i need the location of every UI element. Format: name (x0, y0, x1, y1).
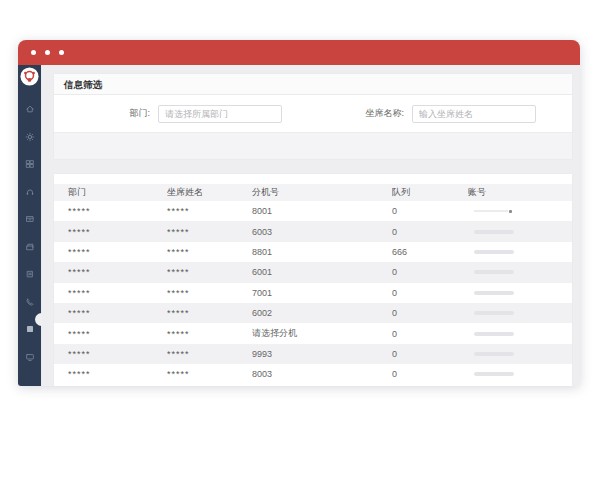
queue-cell: 0 (392, 288, 468, 298)
queue-cell: 0 (392, 369, 468, 379)
agent-name-cell: ***** (167, 247, 252, 257)
department-cell: ***** (54, 349, 167, 359)
redacted-account-bar (474, 270, 514, 274)
agent-name-cell: ***** (167, 349, 252, 359)
department-cell: ***** (54, 308, 167, 318)
filter-panel-title: 信息筛选 (54, 74, 572, 95)
redacted-account-dropdown[interactable] (474, 210, 572, 213)
caret-down-icon (509, 210, 512, 213)
table-header-row: 部门坐席姓名分机号队列账号 (54, 184, 572, 201)
queue-cell: 0 (392, 329, 468, 339)
agent-name-cell: ***** (167, 267, 252, 277)
queue-cell: 0 (392, 227, 468, 237)
queue-cell: 0 (392, 206, 468, 216)
extension-cell: 6003 (252, 227, 392, 237)
table-row: **********8801666 (54, 242, 572, 262)
window-control-dot[interactable] (45, 50, 50, 55)
agent-table-panel: 部门坐席姓名分机号队列账号 **********80010**********6… (54, 174, 572, 386)
sidebar-item-headset-icon[interactable] (25, 187, 35, 197)
app-window: 信息筛选 部门: 坐席名称: 部门坐席姓名分机号队列账号 **********8… (18, 40, 580, 386)
account-cell (468, 230, 572, 234)
extension-cell: 请选择分机 (252, 327, 392, 340)
redacted-account-bar (474, 372, 514, 376)
extension-cell: 8001 (252, 206, 392, 216)
column-header: 账号 (468, 186, 572, 199)
main-content: 信息筛选 部门: 坐席名称: 部门坐席姓名分机号队列账号 **********8… (42, 65, 580, 386)
redacted-account-bar (474, 311, 514, 315)
queue-cell: 666 (392, 247, 468, 257)
extension-cell: 8003 (252, 369, 392, 379)
filter-panel-footer (54, 132, 572, 159)
sidebar-item-clipboard-icon[interactable] (25, 269, 35, 279)
column-header: 部门 (54, 186, 167, 199)
sidebar-item-layers-icon[interactable] (25, 242, 35, 252)
account-cell (468, 270, 572, 274)
extension-cell: 6001 (252, 267, 392, 277)
agent-name-cell: ***** (167, 288, 252, 298)
sidebar-item-gear-icon[interactable] (25, 132, 35, 142)
brand-logo-icon (20, 67, 39, 86)
sidebar-nav (25, 104, 35, 362)
account-cell (468, 352, 572, 356)
filter-panel: 信息筛选 部门: 坐席名称: (54, 74, 572, 159)
department-cell: ***** (54, 288, 167, 298)
account-cell (468, 332, 572, 336)
table-row: **********60020 (54, 303, 572, 323)
table-row: **********60010 (54, 262, 572, 282)
table-row: **********80010 (54, 201, 572, 221)
agent-name-cell: ***** (167, 227, 252, 237)
agent-name-cell: ***** (167, 369, 252, 379)
column-header: 队列 (392, 186, 468, 199)
agent-name-cell: ***** (167, 329, 252, 339)
window-body: 信息筛选 部门: 坐席名称: 部门坐席姓名分机号队列账号 **********8… (18, 65, 580, 386)
window-control-dot[interactable] (59, 50, 64, 55)
agent-name-label: 坐席名称: (332, 107, 404, 120)
column-header: 坐席姓名 (167, 186, 252, 199)
table-row: **********99930 (54, 344, 572, 364)
filter-row: 部门: 坐席名称: (54, 95, 572, 132)
extension-cell: 7001 (252, 288, 392, 298)
extension-cell: 6002 (252, 308, 392, 318)
queue-cell: 0 (392, 349, 468, 359)
table-row: **********70010 (54, 283, 572, 303)
department-cell: ***** (54, 329, 167, 339)
extension-cell: 8801 (252, 247, 392, 257)
department-select[interactable] (158, 105, 282, 123)
sidebar-item-square-active-icon[interactable] (25, 324, 35, 334)
extension-cell: 9993 (252, 349, 392, 359)
window-control-dot[interactable] (31, 50, 36, 55)
redacted-account-bar (474, 352, 514, 356)
sidebar (18, 65, 42, 386)
agent-name-cell: ***** (167, 308, 252, 318)
sidebar-item-home-icon[interactable] (25, 104, 35, 114)
account-cell (468, 210, 572, 213)
window-titlebar (18, 40, 580, 65)
department-label: 部门: (54, 107, 150, 120)
account-cell (468, 372, 572, 376)
account-cell (468, 250, 572, 254)
agent-name-input[interactable] (412, 105, 536, 123)
department-cell: ***** (54, 247, 167, 257)
redacted-account-bar (474, 291, 514, 295)
queue-cell: 0 (392, 267, 468, 277)
department-cell: ***** (54, 227, 167, 237)
redacted-account-bar (474, 250, 514, 254)
account-cell (468, 311, 572, 315)
table-row: **********请选择分机0 (54, 323, 572, 343)
department-cell: ***** (54, 267, 167, 277)
redacted-account-bar (474, 210, 508, 212)
sidebar-item-monitor-icon[interactable] (25, 352, 35, 362)
department-cell: ***** (54, 206, 167, 216)
table-row: **********60030 (54, 221, 572, 241)
table-row: **********80030 (54, 364, 572, 384)
column-header: 分机号 (252, 186, 392, 199)
queue-cell: 0 (392, 308, 468, 318)
redacted-account-bar (474, 230, 514, 234)
redacted-account-bar (474, 332, 514, 336)
sidebar-item-archive-icon[interactable] (25, 214, 35, 224)
sidebar-item-grid-icon[interactable] (25, 159, 35, 169)
sidebar-item-phone-icon[interactable] (25, 297, 35, 307)
agent-name-cell: ***** (167, 206, 252, 216)
department-cell: ***** (54, 369, 167, 379)
page: 信息筛选 部门: 坐席名称: 部门坐席姓名分机号队列账号 **********8… (0, 0, 600, 498)
